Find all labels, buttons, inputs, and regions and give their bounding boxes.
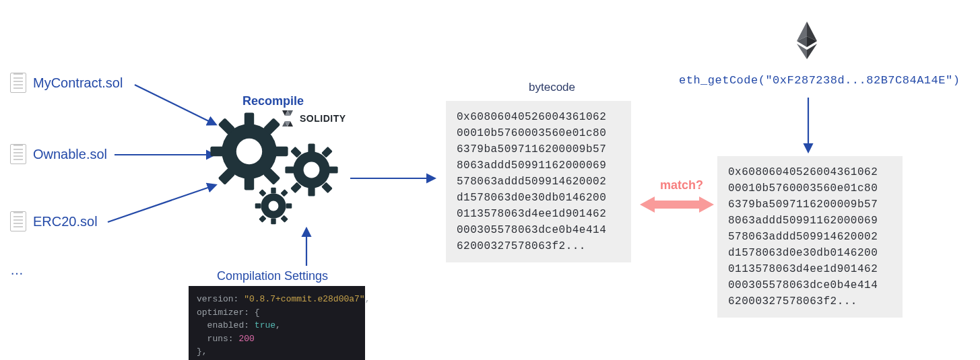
settings-bool: true <box>255 320 275 330</box>
gears-cluster: Recompile SOLIDITY <box>216 101 350 236</box>
svg-rect-39 <box>259 215 266 223</box>
svg-rect-35 <box>255 203 261 208</box>
gear-icon <box>253 185 294 227</box>
svg-rect-40 <box>280 215 288 223</box>
settings-key: enabled: <box>197 320 255 330</box>
bytecode-line: d1578063d0e30db0146200 <box>728 247 878 259</box>
svg-rect-13 <box>244 112 254 127</box>
bytecode-label: bytecode <box>529 81 575 94</box>
svg-point-31 <box>304 162 320 178</box>
recompile-label: Recompile <box>242 94 304 108</box>
settings-box: version: "0.8.7+commit.e28d00a7", optimi… <box>189 286 365 360</box>
svg-point-21 <box>236 139 262 164</box>
svg-rect-37 <box>259 189 266 196</box>
settings-line: optimizer: { <box>197 308 260 318</box>
svg-marker-42 <box>640 196 714 213</box>
bytecode-line: 8063addd50991162000069 <box>728 215 878 227</box>
bytecode-line: 0113578063d4ee1d901462 <box>728 263 878 275</box>
match-arrow-icon <box>640 195 714 214</box>
bytecode-line: 00010b5760003560e01c80 <box>728 182 878 194</box>
bytecode-line: 000305578063dce0b4e414 <box>457 224 606 236</box>
match-label: match? <box>660 178 703 192</box>
solidity-label: SOLIDITY <box>300 113 346 124</box>
svg-line-2 <box>108 185 216 222</box>
ethereum-icon <box>795 20 819 61</box>
bytecode-line: 62000327578063f2... <box>728 295 857 308</box>
bytecode-line: 0113578063d4ee1d901462 <box>457 208 606 220</box>
settings-comma: , <box>365 294 370 304</box>
settings-line: }, <box>197 347 207 357</box>
svg-rect-38 <box>280 189 288 196</box>
svg-rect-23 <box>308 143 315 153</box>
svg-rect-25 <box>285 166 294 173</box>
bytecode-line: 6379ba5097116200009b57 <box>457 143 606 155</box>
bytecode-line: 00010b5760003560e01c80 <box>457 127 606 139</box>
svg-rect-26 <box>329 166 338 173</box>
settings-string: "0.8.7+commit.e28d00a7" <box>244 294 364 304</box>
bytecode-box-onchain: 0x60806040526004361062 00010b5760003560e… <box>717 156 903 318</box>
settings-label: Compilation Settings <box>217 269 328 283</box>
bytecode-line: 8063addd50991162000069 <box>457 159 606 172</box>
settings-comma: , <box>275 320 281 330</box>
svg-rect-36 <box>286 203 292 208</box>
svg-rect-34 <box>271 219 275 225</box>
svg-rect-15 <box>210 147 225 156</box>
bytecode-box-compiled: 0x60806040526004361062 00010b5760003560e… <box>446 101 631 262</box>
bytecode-line: 578063addd509914620002 <box>457 176 606 188</box>
bytecode-line: 578063addd509914620002 <box>728 231 878 243</box>
svg-line-0 <box>135 85 216 124</box>
bytecode-line: 0x60806040526004361062 <box>728 166 878 178</box>
bytecode-line: 0x60806040526004361062 <box>457 111 606 123</box>
bytecode-line: d1578063d0e30db0146200 <box>457 192 606 204</box>
settings-key: version: <box>197 294 244 304</box>
svg-rect-33 <box>271 188 275 194</box>
settings-key: runs: <box>197 334 238 344</box>
svg-rect-24 <box>308 187 315 196</box>
settings-number: 200 <box>238 334 254 344</box>
gear-icon <box>209 111 290 192</box>
eth-getcode-text: eth_getCode("0xF287238d...82B7C84A14E") <box>679 74 960 87</box>
bytecode-line: 6379ba5097116200009b57 <box>728 199 878 211</box>
bytecode-line: 62000327578063f2... <box>457 240 586 252</box>
svg-point-41 <box>269 201 279 211</box>
bytecode-line: 000305578063dce0b4e414 <box>728 279 878 291</box>
